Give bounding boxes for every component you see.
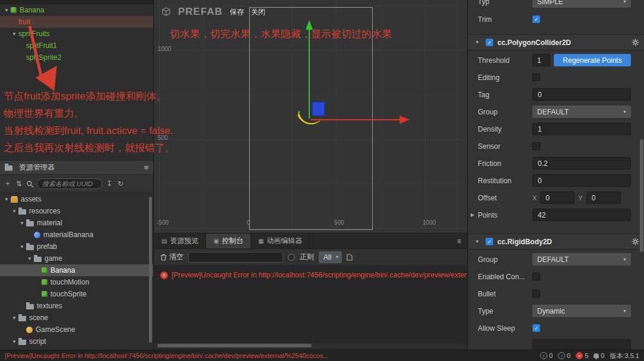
- property-label: Typ: [478, 0, 532, 6]
- checkbox[interactable]: [532, 273, 540, 280]
- checkbox[interactable]: [532, 74, 540, 81]
- folder-icon: [18, 316, 26, 321]
- scene-icon: [26, 327, 33, 333]
- expand-arrow-icon[interactable]: ▼: [18, 221, 26, 226]
- asset-item-material[interactable]: ▼material: [0, 217, 153, 229]
- expand-arrow-icon[interactable]: ▼: [18, 244, 26, 250]
- checkbox[interactable]: [532, 142, 540, 150]
- label: textures: [37, 302, 62, 310]
- asset-item-touchSprite[interactable]: touchSprite: [0, 288, 153, 300]
- label: touchMotion: [50, 278, 89, 286]
- search-input[interactable]: [37, 178, 102, 189]
- axis-label: Y: [578, 194, 582, 202]
- regex-checkbox[interactable]: [288, 254, 295, 261]
- search-icon[interactable]: [26, 180, 34, 188]
- asset-item-GameScene[interactable]: GameScene: [0, 324, 153, 336]
- property-control: DEFAULT: [532, 106, 631, 118]
- value-input[interactable]: [532, 174, 631, 187]
- log-entry-error[interactable]: × [Preview]Uncaught Error in http://loca…: [160, 271, 461, 279]
- property-label: Threshold: [478, 56, 532, 65]
- gear-icon[interactable]: [632, 238, 639, 245]
- info-counter[interactable]: i 0: [540, 352, 553, 359]
- expand-arrow-icon[interactable]: ▼: [10, 209, 18, 214]
- expand-arrow-icon[interactable]: ▼: [473, 40, 481, 45]
- refresh-icon[interactable]: ↻: [116, 180, 125, 188]
- hierarchy-node-Banana[interactable]: ▼Banana: [0, 4, 153, 16]
- version-label: 版本:3.5.1: [610, 352, 639, 360]
- asset-item-Banana[interactable]: Banana: [0, 264, 153, 276]
- status-error-text[interactable]: [Preview]Uncaught Error in http://localh…: [5, 352, 534, 359]
- collapse-all-icon[interactable]: ↧: [105, 180, 113, 188]
- expand-arrow-icon[interactable]: ▼: [2, 8, 11, 13]
- checkbox[interactable]: [532, 290, 540, 298]
- add-asset-icon[interactable]: +: [4, 180, 12, 188]
- hierarchy-node-spritFruits[interactable]: ▼spritFruits: [0, 28, 153, 40]
- asset-item-game[interactable]: ▼game: [0, 253, 153, 264]
- value-input[interactable]: [532, 157, 631, 170]
- component-header-polygon-collider[interactable]: ▼ cc.PolygonCollider2D: [468, 34, 644, 50]
- value-input[interactable]: [532, 54, 550, 66]
- error-counter[interactable]: × 5: [576, 352, 588, 359]
- console-log-area[interactable]: × [Preview]Uncaught Error in http://loca…: [154, 266, 467, 343]
- clear-console-button[interactable]: 清空: [160, 252, 183, 262]
- inspector-scrollbar[interactable]: [640, 0, 643, 350]
- dropdown[interactable]: Dynamic: [532, 305, 631, 317]
- asset-item-textures[interactable]: textures: [0, 300, 153, 312]
- expand-arrow-icon[interactable]: ▼: [473, 239, 481, 244]
- console-horizontal-scrollbar[interactable]: [156, 343, 465, 348]
- error-icon: ×: [160, 271, 168, 279]
- save-prefab-button[interactable]: 保存: [230, 7, 244, 17]
- expand-arrow-icon[interactable]: ▼: [2, 197, 11, 202]
- expand-arrow-icon[interactable]: ▼: [10, 339, 18, 344]
- hierarchy-node-fruit[interactable]: fruit: [0, 16, 153, 28]
- console-tabbar: ▤ 资源预览 ▣ 控制台 ▦ 动画编辑器 ≡: [154, 234, 467, 249]
- expand-arrow-icon[interactable]: ▼: [10, 31, 18, 37]
- value-input[interactable]: [532, 123, 631, 135]
- asset-item-resources[interactable]: ▼resources: [0, 205, 153, 217]
- asset-item-assets[interactable]: ▼assets: [0, 193, 153, 205]
- gear-icon[interactable]: [632, 39, 639, 46]
- assets-panel-title: 资源管理器: [19, 162, 55, 172]
- dropdown[interactable]: DEFAULT: [532, 253, 631, 266]
- property-label: Bullet: [478, 290, 532, 298]
- value-input[interactable]: [532, 209, 631, 221]
- value-input[interactable]: [532, 88, 631, 101]
- trim-checkbox[interactable]: [532, 15, 540, 23]
- tab-console[interactable]: ▣ 控制台: [206, 234, 250, 248]
- value-input[interactable]: [540, 191, 575, 204]
- hierarchy-node-splitFruit1[interactable]: splitFruit1: [0, 40, 153, 52]
- log-level-dropdown[interactable]: All: [319, 251, 342, 263]
- regenerate-points-button[interactable]: Regenerate Points: [554, 54, 631, 66]
- expand-arrow-icon[interactable]: ▶: [471, 212, 474, 218]
- close-prefab-button[interactable]: 关闭: [251, 7, 265, 17]
- assets-scrollbar[interactable]: [149, 196, 152, 347]
- dropdown[interactable]: DEFAULT: [532, 106, 631, 118]
- asset-item-materialBanana[interactable]: materialBanana: [0, 229, 153, 241]
- dropdown[interactable]: SIMPLE: [532, 0, 631, 8]
- console-filter-input[interactable]: [188, 252, 283, 263]
- value-input[interactable]: [586, 191, 621, 204]
- notification-counter[interactable]: 0: [594, 352, 604, 359]
- asset-item-scene[interactable]: ▼scene: [0, 312, 153, 324]
- hierarchy-node-splitSprite2[interactable]: splitSprite2: [0, 52, 153, 63]
- tab-assets-preview[interactable]: ▤ 资源预览: [154, 234, 206, 248]
- label: fruit: [18, 18, 30, 26]
- component-header-rigidbody[interactable]: ▼ cc.RigidBody2D: [468, 234, 644, 250]
- sort-icon[interactable]: ⇅: [15, 180, 23, 188]
- component-enabled-checkbox[interactable]: [486, 39, 493, 46]
- assets-menu-icon[interactable]: ≡: [144, 163, 148, 172]
- asset-item-touchMotion[interactable]: touchMotion: [0, 276, 153, 288]
- asset-item-prefab[interactable]: ▼prefab: [0, 241, 153, 253]
- property-row-type-partial: Typ SIMPLE: [468, 0, 644, 10]
- expand-arrow-icon[interactable]: ▼: [10, 315, 18, 321]
- scene-view[interactable]: 1000 500 -500 0 500 1000 PREFAB 保存 关闭 切水…: [154, 0, 467, 233]
- console-menu-icon[interactable]: ≡: [451, 234, 467, 248]
- component-enabled-checkbox[interactable]: [486, 238, 493, 245]
- asset-item-script[interactable]: ▼script: [0, 336, 153, 347]
- warning-counter[interactable]: ! 0: [558, 352, 570, 359]
- expand-arrow-icon[interactable]: ▼: [26, 256, 34, 261]
- tab-animation-editor[interactable]: ▦ 动画编辑器: [251, 234, 310, 248]
- checkbox[interactable]: [532, 324, 540, 332]
- export-log-icon[interactable]: [347, 254, 353, 261]
- value-input[interactable]: [532, 339, 631, 350]
